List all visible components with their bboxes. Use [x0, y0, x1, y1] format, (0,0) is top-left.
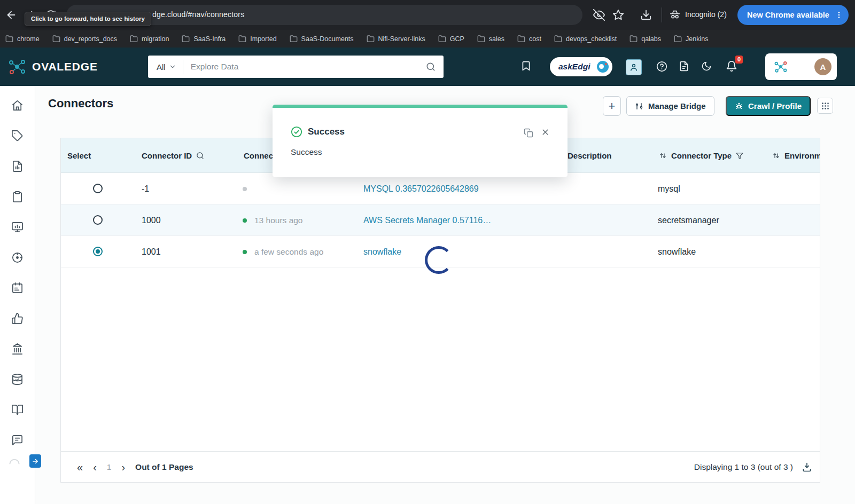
sidebar-tags-icon[interactable]: [11, 130, 24, 142]
sidebar-governance-icon[interactable]: [11, 343, 24, 355]
sidebar-reports-icon[interactable]: [11, 160, 24, 172]
bookmark-label: GCP: [450, 35, 464, 43]
bookmark-folder[interactable]: Nifi-Server-links: [367, 35, 425, 43]
column-environment: Environment: [772, 138, 820, 173]
folder-icon: [130, 35, 138, 43]
column-environment-label: Environment: [784, 151, 820, 160]
dark-mode-moon-icon[interactable]: [701, 61, 712, 72]
close-icon[interactable]: [541, 128, 550, 137]
bookmark-folder[interactable]: GCP: [438, 35, 464, 43]
eye-off-icon[interactable]: [593, 9, 605, 21]
bookmark-star-icon[interactable]: [612, 9, 624, 21]
manage-bridge-button[interactable]: Manage Bridge: [626, 96, 714, 116]
folder-icon: [5, 35, 13, 43]
user-chat-icon[interactable]: [626, 59, 642, 75]
folder-icon: [629, 35, 638, 43]
connector-name-link[interactable]: AWS Secrets Manager 0.57116…: [363, 204, 491, 236]
copy-icon[interactable]: [524, 128, 533, 138]
askedgi-button[interactable]: askEdgi: [550, 57, 612, 76]
chrome-update-label: New Chrome available: [747, 11, 829, 19]
column-connector-id-label: Connector ID: [142, 151, 192, 160]
bookmark-folder[interactable]: SaaS-Infra: [182, 35, 226, 43]
crawl-profile-button[interactable]: Crawl / Profile: [726, 96, 811, 116]
sidebar-feedback-icon[interactable]: [11, 434, 24, 446]
bookmark-folder[interactable]: qalabs: [629, 35, 661, 43]
bookmark-folder[interactable]: Imported: [238, 35, 276, 43]
previous-page-icon[interactable]: ‹: [93, 462, 97, 472]
bookmark-label: Imported: [250, 35, 276, 43]
status-dot-active: [243, 218, 247, 223]
bookmark-folder[interactable]: chrome: [5, 35, 40, 43]
back-icon[interactable]: [5, 9, 17, 21]
sidebar-projects-icon[interactable]: [11, 282, 24, 294]
next-page-icon[interactable]: ›: [121, 462, 125, 472]
download-icon[interactable]: [640, 9, 652, 21]
crawl-profile-label: Crawl / Profile: [748, 101, 802, 111]
kebab-menu-icon[interactable]: [835, 11, 843, 19]
folder-icon: [438, 35, 446, 43]
sidebar-notes-icon[interactable]: [11, 191, 24, 203]
ovaledge-logo[interactable]: OVALEDGE: [6, 56, 98, 77]
ovaledge-logo-icon: [6, 56, 28, 77]
grid-view-icon[interactable]: [817, 98, 833, 114]
url-text: dge.cloud/#nav/connectors: [152, 10, 244, 19]
sidebar-dashboards-icon[interactable]: [11, 221, 24, 233]
last-connected-cell: 13 hours ago: [254, 204, 303, 236]
current-page[interactable]: 1: [107, 462, 112, 472]
folder-icon: [554, 35, 562, 43]
row-radio[interactable]: [93, 184, 103, 193]
feedback-form-icon[interactable]: [679, 61, 689, 72]
folder-icon: [517, 35, 525, 43]
status-dot-active: [243, 250, 247, 254]
avatar[interactable]: A: [814, 58, 831, 75]
sidebar-data-quality-icon[interactable]: [11, 373, 24, 385]
sidebar-discovery-icon[interactable]: [11, 251, 24, 264]
first-page-icon[interactable]: «: [77, 462, 83, 472]
bookmark-folder[interactable]: migration: [130, 35, 169, 43]
toast-title: Success: [308, 127, 345, 137]
chrome-update-button[interactable]: New Chrome available: [737, 5, 849, 25]
filter-icon[interactable]: [736, 152, 743, 160]
row-radio[interactable]: [93, 215, 103, 225]
app-logo-icon[interactable]: [773, 59, 789, 75]
askedgi-label: askEdgi: [558, 62, 590, 72]
brand-name: OVALEDGE: [32, 60, 98, 73]
column-select: Select: [67, 138, 91, 173]
column-search-icon[interactable]: [196, 152, 204, 160]
column-connector-type: Connector Type: [659, 138, 743, 173]
bookmark-icon[interactable]: [520, 60, 532, 72]
bookmark-folder[interactable]: sales: [477, 35, 504, 43]
search-icon[interactable]: [426, 62, 436, 72]
manage-bridge-label: Manage Bridge: [648, 101, 706, 111]
bookmark-label: SaaS-Infra: [193, 35, 226, 43]
bookmark-folder[interactable]: SaaS-Documents: [290, 35, 354, 43]
bookmark-folder[interactable]: devops_checklist: [554, 35, 617, 43]
bookmark-folder[interactable]: Jenkins: [674, 35, 708, 43]
export-download-icon[interactable]: [802, 462, 812, 472]
bookmark-folder[interactable]: cost: [517, 35, 541, 43]
connector-name-link[interactable]: snowflake: [363, 236, 401, 267]
help-icon[interactable]: [656, 61, 667, 72]
connector-id-cell: 1000: [142, 204, 161, 236]
notifications-bell-icon[interactable]: 0: [726, 60, 737, 72]
pagination-bar: « ‹ 1 › Out of 1 Pages Displaying 1 to 3…: [61, 451, 820, 482]
add-connector-button[interactable]: +: [603, 96, 621, 116]
sort-icon[interactable]: [772, 152, 780, 160]
sidebar-endorsement-icon[interactable]: [11, 312, 24, 325]
connector-name-link[interactable]: MYSQL 0.3657022605642869: [363, 173, 479, 204]
row-radio-selected[interactable]: [93, 247, 103, 256]
search-scope-dropdown[interactable]: All: [148, 62, 183, 72]
bookmark-folder[interactable]: dev_reports_docs: [52, 35, 117, 43]
connector-id-cell: 1001: [142, 236, 161, 267]
folder-icon: [290, 35, 298, 43]
connector-type-cell: mysql: [658, 173, 680, 204]
incognito-label: Incognito (2): [685, 10, 727, 19]
sidebar-expand-button[interactable]: [29, 454, 41, 468]
sidebar-glossary-icon[interactable]: [11, 404, 24, 416]
sort-icon[interactable]: [659, 152, 667, 160]
chevron-down-icon: [169, 63, 176, 70]
bookmark-label: Nifi-Server-links: [378, 35, 425, 43]
sidebar-home-icon[interactable]: [11, 99, 24, 112]
search-input[interactable]: [183, 62, 426, 72]
toast-message: Success: [291, 147, 322, 157]
